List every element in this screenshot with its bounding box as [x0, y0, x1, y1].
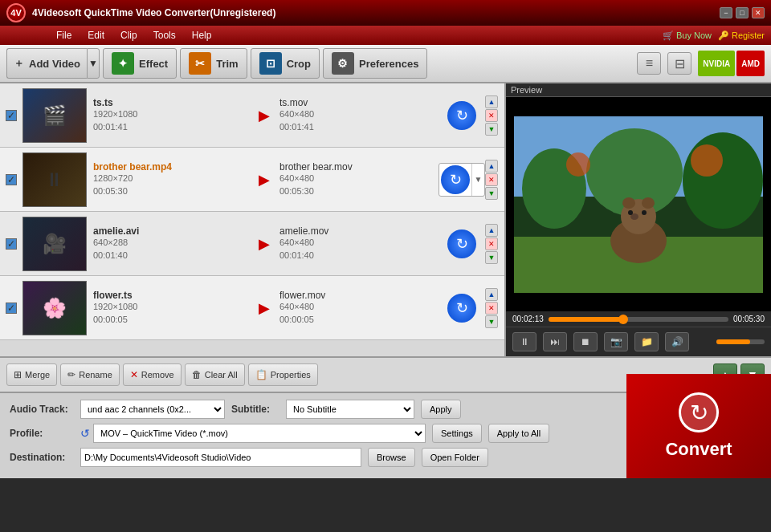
- main-content: ✓ 🎬 ts.ts 1920×1080 00:01:41 ▶ ts.mov 64…: [0, 83, 771, 356]
- close-button[interactable]: ✕: [752, 7, 765, 18]
- folder-button[interactable]: 📁: [634, 332, 659, 351]
- preferences-button[interactable]: ⚙ Preferences: [323, 48, 427, 79]
- buy-now-button[interactable]: 🛒 Buy Now: [663, 30, 712, 41]
- properties-icon: 📋: [255, 369, 267, 380]
- checkbox-3[interactable]: ✓: [6, 238, 17, 250]
- convert-panel[interactable]: ↻ Convert: [626, 374, 771, 478]
- convert-label: Convert: [665, 439, 732, 460]
- volume-slider[interactable]: [716, 339, 765, 344]
- row-actions-3: ▲ ✕ ▼: [485, 224, 501, 264]
- spin-dropdown-2[interactable]: ↻ ▼: [439, 163, 485, 197]
- profile-select[interactable]: MOV – QuickTime Video (*.mov): [93, 424, 426, 443]
- app-title: 4Videosoft QuickTime Video Converter(Unr…: [32, 7, 720, 18]
- file-meta-4: 1920×1080 00:00:05: [93, 301, 249, 326]
- apply-to-all-button[interactable]: Apply to All: [488, 424, 549, 443]
- add-video-dropdown[interactable]: ▼: [87, 48, 100, 79]
- row-action-bot-1[interactable]: ▼: [485, 123, 498, 136]
- row-action-mid-2[interactable]: ✕: [485, 173, 498, 186]
- row-action-mid-4[interactable]: ✕: [485, 302, 498, 315]
- merge-button[interactable]: ⊞ Merge: [6, 363, 57, 386]
- spin-button-1[interactable]: ↻: [447, 101, 476, 130]
- menu-tools[interactable]: Tools: [145, 28, 184, 43]
- row-check-4[interactable]: ✓: [3, 303, 19, 314]
- step-forward-button[interactable]: ⏭: [543, 332, 567, 351]
- menu-help[interactable]: Help: [184, 28, 220, 43]
- row-action-top-2[interactable]: ▲: [485, 160, 498, 173]
- row-check-1[interactable]: ✓: [3, 110, 19, 121]
- open-folder-button[interactable]: Open Folder: [422, 448, 488, 467]
- timeline-track[interactable]: [549, 317, 728, 322]
- trim-icon: ✂: [189, 52, 211, 75]
- spin-button-4[interactable]: ↻: [447, 294, 476, 323]
- row-action-bot-4[interactable]: ▼: [485, 315, 498, 328]
- row-action-bot-2[interactable]: ▼: [485, 187, 498, 200]
- add-video-button[interactable]: ＋ Add Video ▼: [6, 48, 100, 79]
- spin-dropdown-arrow-2[interactable]: ▼: [471, 164, 484, 196]
- convert-icon-4[interactable]: ↻: [442, 294, 482, 323]
- properties-button[interactable]: 📋 Properties: [248, 363, 318, 386]
- maximize-button[interactable]: □: [736, 7, 749, 18]
- checkbox-4[interactable]: ✓: [6, 303, 17, 314]
- add-video-main[interactable]: ＋ Add Video: [6, 48, 87, 79]
- browse-button[interactable]: Browse: [368, 448, 415, 467]
- clear-all-button[interactable]: 🗑 Clear All: [185, 363, 245, 386]
- snapshot-button[interactable]: 📷: [604, 332, 628, 351]
- row-action-top-3[interactable]: ▲: [485, 224, 498, 237]
- spin-button-3[interactable]: ↻: [447, 229, 476, 258]
- convert-icon-1[interactable]: ↻: [442, 101, 482, 130]
- trim-button[interactable]: ✂ Trim: [180, 48, 247, 79]
- convert-icon-3[interactable]: ↻: [442, 229, 482, 258]
- row-action-bot-3[interactable]: ▼: [485, 251, 498, 264]
- bottom-section: Audio Track: und aac 2 channels (0x2... …: [0, 392, 771, 478]
- row-action-top-4[interactable]: ▲: [485, 288, 498, 301]
- profile-icon: ↺: [80, 427, 90, 440]
- svg-point-14: [691, 144, 723, 177]
- settings-button[interactable]: Settings: [432, 424, 482, 443]
- file-info-4: flower.ts 1920×1080 00:00:05: [90, 286, 252, 329]
- cart-icon: 🛒: [663, 30, 674, 41]
- row-check-3[interactable]: ✓: [3, 238, 19, 250]
- menu-edit[interactable]: Edit: [80, 28, 112, 43]
- time-current: 00:02:13: [512, 315, 544, 323]
- row-action-top-1[interactable]: ▲: [485, 95, 498, 108]
- row-action-mid-1[interactable]: ✕: [485, 109, 498, 122]
- row-action-mid-3[interactable]: ✕: [485, 238, 498, 250]
- remove-button[interactable]: ✕ Remove: [123, 363, 182, 386]
- window-controls: − □ ✕: [720, 7, 765, 18]
- crop-button[interactable]: ⊡ Crop: [251, 48, 320, 79]
- rename-button[interactable]: ✏ Rename: [60, 363, 120, 386]
- register-button[interactable]: 🔑 Register: [718, 30, 765, 41]
- minimize-button[interactable]: −: [720, 7, 732, 18]
- output-name-3: amelie.mov: [279, 225, 435, 237]
- effect-button[interactable]: ✦ Effect: [103, 48, 177, 79]
- list-view-button[interactable]: ≡: [637, 52, 661, 75]
- volume-button[interactable]: 🔊: [665, 332, 689, 351]
- audio-track-select[interactable]: und aac 2 channels (0x2...: [80, 400, 225, 419]
- filename-1: ts.ts: [93, 97, 249, 108]
- timeline-fill: [549, 317, 621, 322]
- filename-2: brother bear.mp4: [93, 161, 249, 173]
- table-row: ✓ 🎥 amelie.avi 640×288 00:01:40 ▶ amelie…: [0, 212, 504, 276]
- menu-clip[interactable]: Clip: [112, 28, 145, 43]
- filename-4: flower.ts: [93, 290, 249, 301]
- preview-label: Preview: [506, 83, 771, 97]
- checkbox-1[interactable]: ✓: [6, 110, 17, 121]
- subtitle-select[interactable]: No Subtitle: [286, 400, 414, 419]
- file-meta-3: 640×288 00:01:40: [93, 237, 249, 262]
- spin-button-2[interactable]: ↻: [441, 165, 470, 194]
- file-meta-2: 1280×720 00:05:30: [93, 173, 249, 197]
- menu-file[interactable]: File: [48, 28, 80, 43]
- output-info-3: amelie.mov 640×480 00:01:40: [276, 222, 439, 265]
- output-meta-4: 640×480 00:00:05: [279, 301, 435, 326]
- checkbox-2[interactable]: ✓: [6, 174, 17, 185]
- pause-button[interactable]: ⏸: [512, 332, 536, 351]
- timeline-thumb[interactable]: [618, 315, 628, 324]
- stop-button[interactable]: ⏹: [573, 332, 598, 351]
- apply-button[interactable]: Apply: [421, 400, 461, 419]
- convert-icon-2[interactable]: ↻ ▼: [442, 163, 482, 197]
- output-meta-2: 640×480 00:05:30: [279, 173, 435, 197]
- grid-view-button[interactable]: ⊟: [667, 52, 691, 75]
- row-check-2[interactable]: ✓: [3, 174, 19, 185]
- toolbar-right: ≡ ⊟ NVIDIA AMD: [637, 51, 765, 76]
- destination-input[interactable]: [80, 448, 361, 467]
